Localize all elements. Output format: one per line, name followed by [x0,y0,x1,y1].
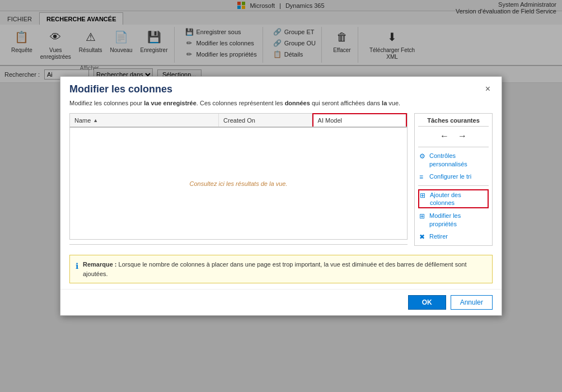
task-label-proprietes: Modifier les propriétés [429,212,488,228]
data-area: Consultez ici les résultats de la vue. [69,128,408,240]
task-label-ajouter: Ajouter des colonnes [430,191,487,207]
dialog-main: Name ▲ Created On AI Model Consultez ici… [69,113,414,249]
dialog-body: Name ▲ Created On AI Model Consultez ici… [60,113,502,249]
dialog-header: Modifier les colonnes × [60,77,502,97]
tasks-panel-title: Tâches courantes [418,117,489,127]
divider [69,244,408,245]
task-label-tri: Configurer le tri [429,172,471,180]
task-divider-2 [418,185,489,186]
arrow-left-button[interactable]: ← [440,131,449,141]
dialog-footer: OK Annuler [60,289,502,315]
column-header-row: Name ▲ Created On AI Model [69,113,408,128]
dialog-close-button[interactable]: × [483,84,493,94]
task-label-retirer: Retirer [429,232,448,240]
col-header-created-on: Created On [219,114,312,127]
info-icon: ℹ [76,260,78,278]
ajouter-icon: ⊞ [420,192,428,199]
col-header-ai-model: AI Model [312,113,407,127]
tri-icon: ≡ [419,173,427,181]
task-retirer[interactable]: ✖ Retirer [418,231,489,242]
overlay: Modifier les colonnes × Modifiez les col… [0,0,562,392]
info-box: ℹ Remarque : Lorsque le nombre de colonn… [69,255,493,283]
task-label-controles: Contrôles personnalisés [429,152,488,168]
dialog-modifier-colonnes: Modifier les colonnes × Modifiez les col… [60,76,502,316]
task-modifier-proprietes[interactable]: ⊞ Modifier les propriétés [418,211,489,229]
task-arrows: ← → [418,129,489,143]
task-divider [418,147,489,147]
task-controles-personnalises[interactable]: ⚙ Contrôles personnalisés [418,151,489,169]
sort-asc-icon: ▲ [93,118,98,123]
retirer-icon: ✖ [419,233,427,241]
prop-icon: ⊞ [419,212,427,220]
col-header-name: Name ▲ [70,114,219,127]
ok-button[interactable]: OK [408,295,446,310]
empty-message: Consultez ici les résultats de la vue. [190,180,288,187]
task-configurer-tri[interactable]: ≡ Configurer le tri [418,171,489,182]
controles-icon: ⚙ [419,152,427,160]
dialog-subtitle: Modifiez les colonnes pour la vue enregi… [60,97,502,114]
arrow-right-button[interactable]: → [458,131,467,141]
info-text: Remarque : Lorsque le nombre de colonnes… [83,260,486,278]
task-ajouter-colonnes[interactable]: ⊞ Ajouter des colonnes [418,189,489,209]
dialog-title: Modifier les colonnes [69,83,172,95]
info-bold: Remarque : [83,261,117,268]
cancel-button[interactable]: Annuler [451,295,493,310]
tasks-panel: Tâches courantes ← → ⚙ Contrôles personn… [414,113,493,246]
